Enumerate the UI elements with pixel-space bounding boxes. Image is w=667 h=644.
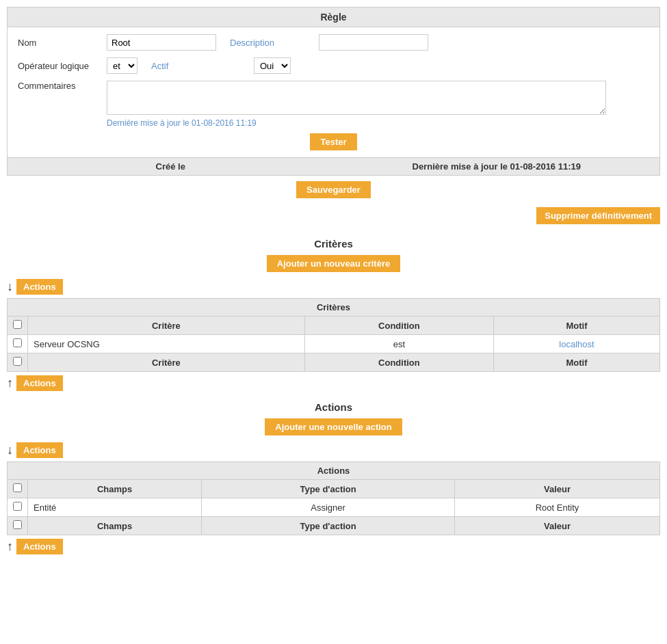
ajouter-action-button[interactable]: Ajouter une nouvelle action <box>265 418 402 435</box>
ajouter-critere-button[interactable]: Ajouter un nouveau critère <box>267 255 400 272</box>
form-container: Nom Description Opérateur logique et ou … <box>7 27 660 158</box>
criteres-actions-up-row: ↑ Actions <box>7 375 660 391</box>
regle-header: Règle <box>7 7 660 27</box>
actions-sub-valeur: Valeur <box>454 517 659 535</box>
criteres-col-critere: Critère <box>28 317 305 335</box>
last-update-text: Dernière mise à jour le 01-08-2016 11:19 <box>107 118 649 128</box>
criteres-sub-checkbox <box>8 353 28 372</box>
description-label: Description <box>230 38 319 48</box>
actions-col-checkbox <box>8 480 28 498</box>
action-row-checkbox-cell <box>8 498 28 517</box>
actions-actions-up-row: ↑ Actions <box>7 539 660 554</box>
actions-table: Actions Champs Type d'action Valeur Enti… <box>7 461 660 535</box>
nom-input[interactable] <box>107 34 216 51</box>
actions-subheader-row: Champs Type d'action Valeur <box>8 517 660 535</box>
criteres-sub-critere: Critère <box>28 353 305 372</box>
actions-actions-down-row: ↓ Actions <box>7 442 660 458</box>
criteres-sub-condition: Condition <box>304 353 493 372</box>
actions-sub-champs: Champs <box>28 517 202 535</box>
action-row-valeur: Root Entity <box>454 498 659 517</box>
supprimer-container: Supprimer définitivement <box>7 204 660 228</box>
supprimer-button[interactable]: Supprimer définitivement <box>536 207 660 224</box>
actions-sub-type-action: Type d'action <box>202 517 455 535</box>
sauvegarder-button[interactable]: Sauvegarder <box>296 181 371 198</box>
criteres-col-checkbox <box>8 317 28 335</box>
critere-row-critere: Serveur OCSNG <box>28 335 305 353</box>
actions-section-title: Actions <box>7 401 660 413</box>
actions-data-row: Entité Assigner Root Entity <box>8 498 660 517</box>
critere-row-checkbox-cell <box>8 335 28 353</box>
actions-table-header: Actions <box>8 462 660 480</box>
actif-select[interactable]: Oui Non <box>254 57 291 74</box>
criteres-section-title: Critères <box>7 238 660 250</box>
action-row-checkbox[interactable] <box>13 502 22 511</box>
page-title: Règle <box>320 12 346 23</box>
commentaires-textarea[interactable] <box>107 81 606 115</box>
criteres-subheader-row: Critère Condition Motif <box>8 353 660 372</box>
operateur-select[interactable]: et ou <box>107 57 138 74</box>
actions-arrow-up-icon: ↑ <box>7 539 13 554</box>
actif-label: Actif <box>151 61 240 71</box>
critere-row-checkbox[interactable] <box>13 338 22 347</box>
actions-col-type-action: Type d'action <box>202 480 455 498</box>
criteres-data-row: Serveur OCSNG est localhost <box>8 335 660 353</box>
criteres-select-all-checkbox[interactable] <box>13 320 22 329</box>
criteres-sub-motif: Motif <box>494 353 660 372</box>
operateur-label: Opérateur logique <box>18 61 107 71</box>
commentaires-row: Commentaires <box>18 81 649 115</box>
updated-col: Dernière mise à jour le 01-08-2016 11:19 <box>334 158 660 175</box>
arrow-down-icon: ↓ <box>7 280 13 294</box>
form-row-operateur-actif: Opérateur logique et ou Actif Oui Non <box>18 57 649 74</box>
tester-button[interactable]: Tester <box>310 133 356 150</box>
criteres-actions-up-button[interactable]: Actions <box>16 375 63 391</box>
criteres-actions-down-button[interactable]: Actions <box>16 279 63 295</box>
created-updated-row: Créé le Dernière mise à jour le 01-08-20… <box>7 158 660 176</box>
actions-arrow-down-icon: ↓ <box>7 443 13 457</box>
actions-actions-up-button[interactable]: Actions <box>16 539 63 554</box>
arrow-up-icon: ↑ <box>7 376 13 390</box>
criteres-sub-select-all[interactable] <box>13 357 22 366</box>
actions-col-valeur: Valeur <box>454 480 659 498</box>
created-col: Créé le <box>8 158 334 175</box>
description-input[interactable] <box>319 34 428 51</box>
criteres-table: Critères Critère Condition Motif Serveur… <box>7 298 660 372</box>
criteres-table-header: Critères <box>8 299 660 317</box>
actions-select-all-checkbox[interactable] <box>13 483 22 492</box>
nom-label: Nom <box>18 38 107 48</box>
actions-actions-down-button[interactable]: Actions <box>16 442 63 458</box>
criteres-col-condition: Condition <box>304 317 493 335</box>
form-row-nom-description: Nom Description <box>18 34 649 51</box>
action-row-champs: Entité <box>28 498 202 517</box>
criteres-col-motif: Motif <box>494 317 660 335</box>
critere-row-motif: localhost <box>494 335 660 353</box>
criteres-actions-down-row: ↓ Actions <box>7 279 660 295</box>
action-row-type-action: Assigner <box>202 498 455 517</box>
commentaires-label: Commentaires <box>18 81 107 91</box>
actions-sub-select-all[interactable] <box>13 520 22 529</box>
critere-row-condition: est <box>304 335 493 353</box>
actions-col-champs: Champs <box>28 480 202 498</box>
actions-sub-checkbox <box>8 517 28 535</box>
